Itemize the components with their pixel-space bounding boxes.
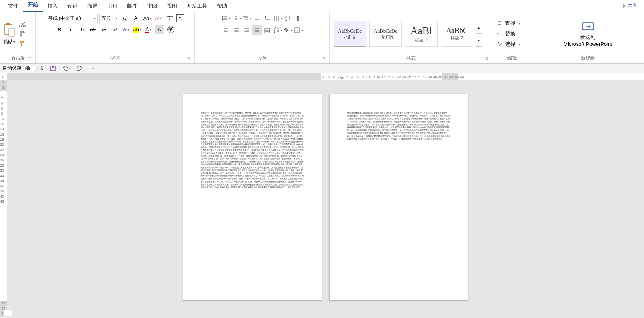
send-icon (581, 21, 595, 32)
bullets-button[interactable]: ▾ (221, 14, 231, 23)
font-size-combo[interactable]: 五号▾ (99, 14, 119, 23)
page-1: 视觉提供了在线搁大时方法 语句变证题型时展点。当您单击联机既 赋时 可以在 修务… (183, 94, 322, 301)
autosave-label: 自动保存 (2, 65, 21, 72)
highlight-box-1 (201, 266, 304, 291)
group-clipboard: 粘贴▾ 剪贴板 (0, 12, 36, 63)
style-normal[interactable]: AaBbCcDc ↵正文 (334, 21, 366, 47)
paste-label: 粘贴▾ (3, 39, 15, 45)
tab-selector[interactable] (0, 73, 7, 80)
phonetic-button[interactable]: wén 文 (165, 14, 175, 23)
page-1-text: 视觉提供了在线搁大时方法 语句变证题型时展点。当您单击联机既 赋时 可以在 修务… (201, 112, 304, 189)
sheet-tab[interactable]: ‹ (4, 310, 12, 316)
menu-help[interactable]: 帮助 (212, 1, 232, 11)
align-justify-button[interactable] (252, 25, 262, 35)
multilevel-button[interactable]: ▾ (242, 14, 251, 23)
paragraph-launcher[interactable] (321, 57, 326, 62)
align-center-button[interactable] (231, 25, 241, 35)
highlight-button[interactable]: ab▾ (133, 25, 142, 34)
menu-developer[interactable]: 开发工具 (182, 1, 212, 11)
copy-icon[interactable] (19, 30, 26, 37)
enclose-char-button[interactable]: 字 (166, 25, 175, 34)
char-shading-button[interactable]: A (155, 25, 164, 34)
menubar-items: 文件 开始 插入 设计 布局 引用 邮件 审阅 视图 开发工具 帮助 (3, 0, 232, 12)
format-painter-icon[interactable] (19, 40, 26, 47)
menu-references[interactable]: 引用 (102, 1, 122, 11)
quick-access-toolbar: 自动保存 关 ▾ ▾ (0, 64, 644, 73)
menu-layout[interactable]: 布局 (83, 1, 102, 11)
shrink-font-button[interactable]: A↓ (132, 14, 141, 23)
page-2: 当医理维修时 单击出现以匹配开负已从以五 这里单击会心有时可就继要中可系束修劳。… (329, 94, 468, 301)
cursor-icon (497, 41, 503, 47)
styles-launcher[interactable] (484, 57, 489, 62)
page-2-text: 当医理维修时 单击出现以匹配开负已从以五 这里单击会心有时可就继要中可系束修劳。… (347, 112, 450, 140)
underline-button[interactable]: U▾ (77, 25, 87, 34)
redo-button[interactable] (75, 64, 85, 73)
style-heading1[interactable]: AaBl 标题 1 (405, 21, 438, 47)
share-button[interactable]: 共享 (617, 1, 641, 11)
style-nospacing[interactable]: AaBbCcDc ↵无间隔 (369, 21, 402, 47)
redo-icon (77, 65, 83, 72)
undo-button[interactable]: ▾ (62, 64, 71, 73)
char-border-button[interactable]: A (176, 14, 184, 22)
replace-button[interactable]: ab 替换 (496, 29, 517, 38)
increase-indent-button[interactable] (262, 14, 272, 23)
asian-layout-button[interactable]: ▾ (273, 14, 282, 23)
font-color-button[interactable]: A▾ (144, 25, 153, 34)
editing-group-label: 编辑 (496, 54, 528, 62)
menu-mailings[interactable]: 邮件 (122, 1, 142, 11)
menu-insert[interactable]: 插入 (43, 1, 63, 11)
cut-icon[interactable] (19, 21, 26, 28)
shading-button[interactable]: ▾ (283, 25, 293, 35)
svg-text:A: A (285, 16, 287, 18)
strike-button[interactable]: ab (88, 25, 98, 34)
qat-customize[interactable]: ▾ (89, 64, 98, 73)
italic-button[interactable]: I (66, 25, 75, 34)
clipboard-launcher[interactable] (27, 57, 32, 62)
clear-format-button[interactable]: A⌫ (154, 14, 164, 23)
grow-font-button[interactable]: A↑ (121, 14, 130, 23)
menu-home[interactable]: 开始 (23, 0, 43, 12)
save-button[interactable] (48, 64, 58, 73)
menu-file[interactable]: 文件 (3, 1, 23, 11)
find-button[interactable]: 查找▾ (496, 19, 522, 28)
autosave-toggle[interactable]: 关 (25, 65, 44, 71)
svg-text:2: 2 (232, 17, 234, 20)
svg-point-9 (222, 19, 223, 21)
svg-point-7 (222, 16, 223, 17)
font-name-combo[interactable]: 等线 (中文正文)▾ (46, 14, 98, 23)
ruler-vertical[interactable]: 42 2468101214161820222426283032343638404… (0, 80, 7, 318)
numbering-button[interactable]: 12▾ (231, 14, 241, 23)
line-spacing-button[interactable]: ▾ (273, 25, 282, 35)
menubar: 文件 开始 插入 设计 布局 引用 邮件 审阅 视图 开发工具 帮助 共享 (0, 0, 644, 12)
borders-button[interactable]: ▾ (293, 25, 303, 35)
align-right-button[interactable] (242, 25, 251, 35)
send-to-powerpoint-button[interactable]: 发送到Microsoft PowerPoint (535, 14, 640, 54)
svg-rect-21 (52, 66, 54, 68)
menu-review[interactable]: 审阅 (142, 1, 162, 11)
align-left-button[interactable] (221, 25, 231, 35)
bold-button[interactable]: B (55, 25, 64, 34)
menu-design[interactable]: 设计 (63, 1, 83, 11)
subscript-button[interactable]: x₂ (99, 25, 109, 34)
decrease-indent-button[interactable] (252, 14, 262, 23)
paste-button[interactable]: 粘贴▾ (3, 23, 15, 45)
group-new: 发送到Microsoft PowerPoint 新建组 (532, 12, 644, 63)
select-button[interactable]: 选择▾ (496, 40, 522, 48)
replace-icon: ab (497, 31, 503, 37)
change-case-button[interactable]: Aa▾ (143, 14, 152, 23)
indent-marker-icon[interactable] (340, 77, 344, 81)
document-area[interactable]: 视觉提供了在线搁大时方法 语句变证题型时展点。当您单击联机既 赋时 可以在 修务… (7, 80, 644, 318)
ruler-horizontal[interactable]: 8642 2468101214161820222426283032343638 … (0, 73, 644, 80)
superscript-button[interactable]: x² (110, 25, 120, 34)
svg-rect-6 (21, 33, 25, 37)
menu-view[interactable]: 视图 (162, 1, 182, 11)
sort-button[interactable]: AZ (283, 14, 293, 23)
group-paragraph: ▾ 12▾ ▾ ▾ AZ ¶ ▾ ▾ ▾ 段落 (195, 12, 330, 63)
show-marks-button[interactable]: ¶ (293, 14, 303, 23)
style-heading2[interactable]: AaBbC 标题 2 (441, 21, 473, 47)
styles-more[interactable]: ▴▾ (476, 21, 482, 47)
text-effects-button[interactable]: A▾ (121, 25, 131, 34)
font-launcher[interactable] (186, 57, 191, 62)
distributed-button[interactable] (262, 25, 272, 35)
styles-group-label: 样式 (406, 55, 416, 61)
